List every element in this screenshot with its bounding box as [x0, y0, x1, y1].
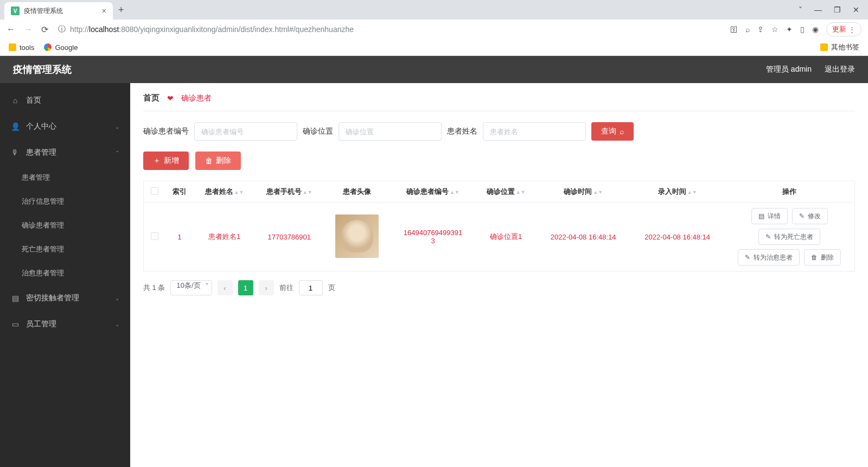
sidebar-sub-cured[interactable]: 治愈患者管理 [0, 261, 130, 285]
doc-icon: ▤ [758, 212, 764, 220]
sidebar-item-personal[interactable]: 👤 个人中心 ⌄ [0, 113, 130, 140]
cell-code: 1649407694993913 [390, 203, 476, 272]
maximize-icon[interactable]: ❐ [834, 5, 841, 14]
back-icon[interactable]: ← [7, 24, 15, 35]
page-1-button[interactable]: 1 [238, 280, 253, 295]
row-delete-button[interactable]: 🗑 删除 [804, 249, 841, 266]
tab-bar: V 疫情管理系统 × + ˅ — ❐ ✕ [0, 0, 868, 20]
chevron-down-icon[interactable]: ˅ [799, 5, 802, 14]
input-name[interactable] [483, 122, 586, 141]
checkbox-row[interactable] [151, 232, 158, 240]
checkbox-all[interactable] [151, 187, 158, 195]
bookmark-google[interactable]: Google [44, 43, 78, 52]
extensions-icon[interactable]: ✦ [786, 25, 793, 34]
google-icon [44, 43, 52, 51]
sort-icon[interactable]: ▲▼ [516, 191, 526, 194]
sidebar-item-contact[interactable]: ▤ 密切接触者管理 ⌄ [0, 285, 130, 311]
to-cure-button[interactable]: ✎ 转为治愈患者 [738, 249, 800, 266]
address-bar: ← → ⟳ ⓘ http://localhost:8080/yiqingxinx… [0, 20, 868, 39]
sort-icon[interactable]: ▲▼ [687, 191, 697, 194]
plus-icon: ＋ [153, 156, 161, 166]
cell-phone: 17703786901 [254, 203, 324, 272]
share-icon[interactable]: ⇪ [757, 25, 764, 34]
sidebar-sub-death[interactable]: 死亡患者管理 [0, 237, 130, 261]
heart-icon: ❤ [167, 94, 174, 103]
profile-icon[interactable]: ◉ [812, 25, 819, 34]
app-header: 疫情管理系统 管理员 admin 退出登录 [0, 56, 868, 83]
folder-icon [820, 43, 828, 51]
tab-title: 疫情管理系统 [24, 7, 98, 16]
label-code: 确诊患者编号 [143, 127, 189, 136]
app-title: 疫情管理系统 [13, 63, 72, 76]
sidepanel-icon[interactable]: ▯ [800, 25, 805, 34]
chevron-down-icon: ⌄ [115, 321, 119, 327]
browser-chrome: V 疫情管理系统 × + ˅ — ❐ ✕ ← → ⟳ ⓘ http://loca… [0, 0, 868, 56]
to-death-button[interactable]: ✎ 转为死亡患者 [758, 229, 820, 245]
pagesize-select[interactable]: 10条/页 ▾ [170, 280, 212, 295]
edit-icon: ✎ [799, 212, 805, 220]
sort-icon[interactable]: ▲▼ [450, 191, 459, 194]
cell-name: 患者姓名1 [194, 203, 254, 272]
logout-button[interactable]: 退出登录 [825, 65, 855, 74]
search-icon[interactable]: ⌕ [745, 25, 750, 34]
sidebar-sub-treatment[interactable]: 治疗信息管理 [0, 190, 130, 213]
detail-button[interactable]: ▤ 详情 [751, 208, 788, 224]
sort-icon[interactable]: ▲▼ [234, 191, 244, 194]
goto-input[interactable] [299, 280, 323, 295]
info-icon[interactable]: ⓘ [58, 24, 66, 34]
trash-icon: 🗑 [205, 156, 213, 165]
next-page-button[interactable]: › [259, 280, 274, 295]
url-field[interactable]: ⓘ http://localhost:8080/yiqingxinxiguanl… [55, 24, 724, 34]
key-icon[interactable]: ⚿ [730, 25, 738, 34]
page-unit: 页 [328, 283, 335, 293]
sidebar-item-staff[interactable]: ▭ 员工管理 ⌄ [0, 311, 130, 337]
close-window-icon[interactable]: ✕ [853, 5, 859, 14]
update-button[interactable]: 更新 ⋮ [826, 22, 861, 36]
close-icon[interactable]: × [102, 7, 106, 15]
prev-page-button[interactable]: ‹ [218, 280, 233, 295]
sidebar: ⌂ 首页 👤 个人中心 ⌄ 🎙 患者管理 ⌃ 患者管理 治疗信息管理 确诊患者管… [0, 83, 130, 467]
breadcrumb-current: 确诊患者 [181, 93, 212, 103]
breadcrumb: 首页 ❤ 确诊患者 [143, 93, 855, 111]
browser-tab[interactable]: V 疫情管理系统 × [4, 2, 113, 20]
delete-button[interactable]: 🗑删除 [195, 152, 241, 170]
window-controls: ˅ — ❐ ✕ [799, 5, 868, 14]
input-location[interactable] [339, 122, 442, 141]
input-code[interactable] [194, 122, 297, 141]
chevron-up-icon: ⌃ [115, 150, 119, 156]
reload-icon[interactable]: ⟳ [41, 24, 48, 35]
chevron-down-icon: ⌄ [115, 124, 119, 130]
new-tab-button[interactable]: + [113, 4, 130, 16]
cell-diag-time: 2022-04-08 16:48:14 [536, 203, 630, 272]
label-name: 患者姓名 [447, 127, 477, 136]
sidebar-item-home[interactable]: ⌂ 首页 [0, 87, 130, 113]
search-button[interactable]: 查询 ⌕ [591, 122, 634, 141]
chevron-down-icon: ▾ [206, 281, 208, 287]
bookmark-tools[interactable]: tools [9, 43, 34, 52]
search-form: 确诊患者编号 确诊位置 患者姓名 查询 ⌕ [143, 122, 855, 141]
monitor-icon: ▭ [11, 320, 20, 329]
add-button[interactable]: ＋新增 [143, 152, 189, 170]
user-label: 管理员 admin [766, 65, 812, 74]
table-header-row: 索引 患者姓名▲▼ 患者手机号▲▼ 患者头像 确诊患者编号▲▼ 确诊位置▲▼ 确… [144, 181, 855, 203]
chevron-down-icon: ⌄ [115, 295, 119, 301]
minimize-icon[interactable]: — [814, 5, 822, 14]
sidebar-item-patient-mgmt[interactable]: 🎙 患者管理 ⌃ [0, 140, 130, 166]
sort-icon[interactable]: ▲▼ [303, 191, 312, 194]
bookmark-bar: tools Google 其他书签 [0, 39, 868, 55]
forward-icon[interactable]: → [24, 24, 33, 35]
main-content: 首页 ❤ 确诊患者 确诊患者编号 确诊位置 患者姓名 查询 ⌕ ＋新增 🗑删除 … [130, 83, 868, 467]
list-icon: ▤ [11, 294, 20, 302]
breadcrumb-home[interactable]: 首页 [143, 93, 159, 103]
sort-icon[interactable]: ▲▼ [593, 191, 603, 194]
table-row: 1 患者姓名1 17703786901 1649407694993913 确诊位… [144, 203, 855, 272]
sidebar-sub-confirmed[interactable]: 确诊患者管理 [0, 213, 130, 237]
edit-button[interactable]: ✎ 修改 [792, 208, 828, 224]
user-icon: 👤 [11, 122, 20, 131]
star-icon[interactable]: ☆ [771, 25, 778, 34]
bookmark-other[interactable]: 其他书签 [820, 42, 859, 52]
sidebar-sub-patient[interactable]: 患者管理 [0, 166, 130, 190]
edit-icon: ✎ [745, 254, 750, 261]
avatar [335, 214, 379, 258]
pagination: 共 1 条 10条/页 ▾ ‹ 1 › 前往 页 [143, 280, 855, 295]
